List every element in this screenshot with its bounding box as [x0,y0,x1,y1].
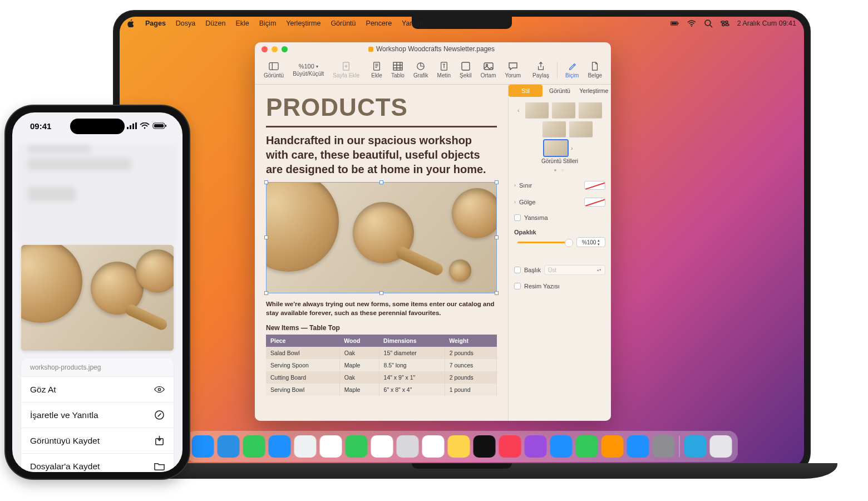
dock-podcasts[interactable] [525,435,547,458]
menubar-datetime[interactable]: 2 Aralık Cum 09:41 [737,19,796,27]
style-thumb[interactable] [552,102,575,118]
dock-contacts[interactable] [397,435,419,458]
menu-dosya[interactable]: Dosya [176,19,195,27]
prev-styles-icon[interactable]: ‹ [517,108,522,112]
document-page[interactable]: PRODUCTS Handcrafted in our spacious wor… [255,85,508,421]
insert-button[interactable]: Ekle [367,61,387,78]
next-styles-icon[interactable]: › [571,146,575,150]
border-swatch[interactable] [584,181,605,190]
svg-point-17 [486,65,487,66]
style-thumb[interactable] [542,121,566,137]
iphone-time: 09:41 [30,121,51,131]
chart-label: Grafik [413,72,428,78]
dock-keynote[interactable] [550,435,573,458]
menubar-app[interactable]: Pages [145,19,166,27]
action-dosyalara-kaydet[interactable]: Dosyalar'a Kaydet [21,453,174,472]
media-button[interactable]: Ortam [476,61,501,78]
dock-mail[interactable] [269,435,291,458]
apple-logo-icon[interactable] [127,19,135,27]
label-baslik: Başlık [524,267,541,273]
dock-trash[interactable] [710,435,732,458]
dock-safari[interactable] [218,435,240,458]
opacity-slider[interactable] [517,242,573,243]
zoom-dropdown[interactable]: %100 ▾ Büyüt/Küçült [288,63,328,77]
dock-messages[interactable] [243,435,265,458]
row-opacity: Opaklık %100 ▴▾ [509,225,611,251]
menu-yerlestirme[interactable]: Yerleştirme [286,19,320,27]
table-row: Serving BowlMaple6" x 8" x 4"1 pound [266,384,497,396]
battery-icon[interactable] [670,19,679,28]
dock-pages[interactable] [601,435,624,458]
shape-button[interactable]: Şekil [455,61,476,78]
menu-bicim[interactable]: Biçim [259,19,277,27]
action-goz-at[interactable]: Göz At [21,376,174,402]
selected-image[interactable] [266,182,497,293]
document-button[interactable]: Belge [583,61,606,78]
row-yansima[interactable]: Yansıma [509,210,611,225]
cellular-icon [127,122,137,129]
dock-reminders[interactable] [422,435,445,458]
mac-screen: Pages Dosya Düzen Ekle Biçim Yerleştirme… [120,17,804,468]
view-button[interactable]: Görüntü [259,61,288,78]
dock-downloads[interactable] [684,435,707,458]
text-label: Metin [437,72,451,78]
format-inspector: Stil Görüntü Yerleştirme ‹ . . [508,85,611,421]
action-isaretle[interactable]: İşaretle ve Yanıtla [21,402,174,428]
svg-rect-6 [726,24,729,26]
row-resim-yazisi[interactable]: Resim Yazısı [509,279,611,293]
reflection-checkbox[interactable] [514,214,521,221]
style-thumb-selected[interactable] [544,140,568,156]
row-baslik[interactable]: BaşlıkÜst▴▾ [509,261,611,279]
action-sheet: workshop-products.jpeg Göz At İşaretle v… [21,358,174,472]
table-button[interactable]: Tablo [387,61,409,78]
svg-point-22 [144,127,146,129]
menu-yardim[interactable]: Yardım [402,19,423,27]
menu-ekle[interactable]: Ekle [235,19,249,27]
dock-separator [679,436,680,457]
dock-numbers[interactable] [576,435,598,458]
dock-finder[interactable] [192,435,214,458]
tab-stil[interactable]: Stil [509,85,542,97]
dock-photos[interactable] [320,435,342,458]
text-button[interactable]: Metin [433,61,455,78]
tab-goruntu[interactable]: Görüntü [542,85,576,97]
dock-appstore[interactable] [627,435,649,458]
wifi-icon[interactable] [687,19,696,28]
shadow-swatch[interactable] [584,198,605,207]
action-goruntuyu-kaydet[interactable]: Görüntüyü Kaydet [21,428,174,453]
close-button[interactable] [262,46,268,52]
spotlight-icon[interactable] [704,19,713,28]
dock-maps[interactable] [294,435,317,458]
attachment-preview-image[interactable] [21,245,174,351]
row-sinir[interactable]: ›Sınır [509,177,611,194]
format-button[interactable]: Biçim [561,61,583,78]
opacity-field[interactable]: %100 ▴▾ [576,237,605,247]
menu-pencere[interactable]: Pencere [366,19,392,27]
style-thumb[interactable] [525,102,549,118]
title-checkbox[interactable] [514,267,521,273]
dock-calendar[interactable] [371,435,393,458]
menu-duzen[interactable]: Düzen [205,19,225,27]
zoom-button[interactable] [282,46,288,52]
share-button[interactable]: Paylaş [528,61,554,78]
table-cell: Maple [339,384,379,396]
add-page-button[interactable]: Sayfa Ekle [328,61,364,78]
dock-music[interactable] [499,435,521,458]
dock-tv[interactable] [474,435,496,458]
title-position-dropdown[interactable]: Üst▴▾ [544,265,605,275]
row-golge[interactable]: ›Gölge [509,194,611,210]
tab-yerlestirme[interactable]: Yerleştirme [577,85,611,97]
chart-button[interactable]: Grafik [409,61,433,78]
style-thumb[interactable] [579,102,602,118]
comment-button[interactable]: Yorum [501,61,526,78]
dock-settings[interactable] [653,435,675,458]
dock-facetime[interactable] [346,435,368,458]
menu-goruntu[interactable]: Görüntü [331,19,356,27]
svg-point-26 [158,388,160,390]
dock-notes[interactable] [448,435,470,458]
caption-checkbox[interactable] [514,283,521,289]
minimize-button[interactable] [272,46,278,52]
style-thumb[interactable] [569,121,593,137]
control-center-icon[interactable] [721,19,729,28]
table-cell: Salad Bowl [266,347,339,359]
